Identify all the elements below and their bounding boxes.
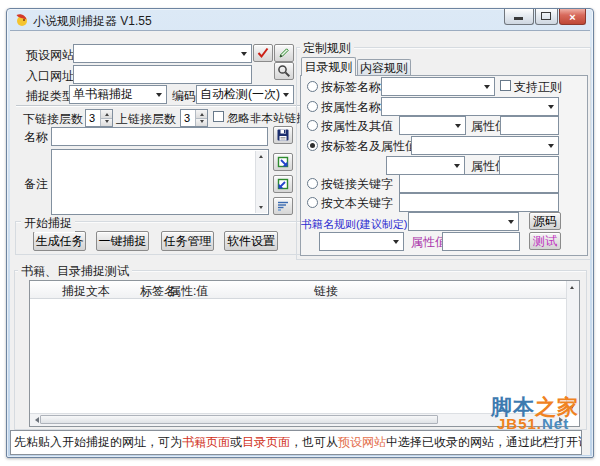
radio-by-tag-and-attr[interactable] [307, 140, 318, 151]
floppy-save-icon [276, 128, 290, 142]
attr-value-input-2[interactable] [499, 156, 559, 175]
encoding-label: 编码 [172, 89, 196, 103]
book-attr-value-input[interactable] [442, 232, 520, 251]
tag-attr-combo[interactable] [411, 136, 559, 155]
test-button[interactable]: 测试 [529, 232, 561, 250]
task-manager-button[interactable]: 任务管理 [161, 231, 214, 251]
encoding-combo[interactable]: 自动检测(一次) [196, 85, 294, 104]
regex-support-checkbox[interactable] [500, 80, 511, 91]
column-capture-text[interactable]: 捕捉文本 [62, 283, 110, 300]
edit-preset-button[interactable] [274, 44, 294, 62]
stepper-buttons[interactable] [100, 110, 112, 126]
up-levels-value: 3 [181, 110, 195, 126]
custom-rules-group-label: 定制规则 [300, 40, 354, 57]
scroll-left-icon[interactable] [30, 415, 40, 425]
radio-by-attr-name[interactable] [307, 101, 318, 112]
spin-down-icon [200, 120, 204, 125]
dropdown-arrow-icon [283, 93, 289, 100]
software-settings-button[interactable]: 软件设置 [224, 231, 278, 251]
scroll-down-icon[interactable] [256, 203, 266, 213]
text-keyword-input[interactable] [399, 193, 559, 212]
attr-name-combo[interactable] [381, 97, 559, 116]
radio-by-attr-value[interactable] [307, 120, 318, 131]
export-button[interactable] [273, 153, 293, 171]
notes-textarea[interactable] [51, 149, 269, 215]
capture-test-group-label: 书籍、目录捕捉测试 [18, 263, 132, 280]
radio-by-link-keyword[interactable] [307, 178, 318, 189]
client-area: 预设网站 入口网址 捕捉类型 单书籍捕捉 [10, 30, 590, 455]
entry-url-label: 入口网址 [26, 69, 74, 83]
column-attr-value[interactable]: 属性:值 [169, 283, 208, 300]
radio-by-tag-name[interactable] [307, 81, 318, 92]
dropdown-arrow-icon [156, 93, 162, 100]
list-lines-icon [276, 199, 290, 213]
radio-by-text-keyword[interactable] [307, 197, 318, 208]
pencil-icon [277, 46, 291, 60]
minimize-icon [514, 17, 523, 20]
close-button[interactable]: × [559, 9, 586, 25]
dropdown-arrow-icon [548, 105, 554, 112]
spin-up-icon [200, 111, 204, 116]
link-keyword-input[interactable] [399, 174, 559, 193]
capture-type-label: 捕捉类型 [26, 89, 74, 103]
scrollbar-thumb[interactable] [40, 415, 438, 424]
table-horizontal-scrollbar[interactable] [30, 413, 567, 426]
tab-content-rules[interactable]: 内容规则 [357, 59, 411, 76]
ignore-offsite-checkbox[interactable] [213, 111, 224, 122]
radio-by-attr-name-label: 按属性名称 [321, 100, 381, 114]
dropdown-arrow-icon [484, 85, 490, 92]
up-levels-stepper[interactable]: 3 [180, 109, 208, 127]
maximize-icon [541, 12, 551, 20]
save-button[interactable] [273, 126, 293, 144]
down-levels-stepper[interactable]: 3 [85, 109, 113, 127]
book-rule-combo[interactable] [408, 212, 519, 231]
capture-type-value: 单书籍捕捉 [70, 86, 156, 103]
table-header[interactable]: 捕捉文本 标签名 属性:值 链接 [30, 281, 579, 299]
close-icon: × [560, 9, 585, 24]
source-code-button[interactable]: 源码 [529, 212, 561, 230]
open-url-button[interactable] [274, 62, 294, 80]
minimize-button[interactable] [504, 9, 534, 25]
dropdown-arrow-icon [508, 220, 514, 227]
scroll-up-icon[interactable] [256, 151, 266, 161]
encoding-value: 自动检测(一次) [197, 86, 283, 103]
status-text: 先粘贴入开始捕捉的网址，可为书籍页面或目录页面，也可从预设网站中选择已收录的网站… [14, 434, 582, 451]
column-link[interactable]: 链接 [314, 283, 338, 300]
app-icon [14, 12, 29, 27]
scroll-up-icon[interactable] [567, 282, 577, 292]
attr-combo-2[interactable] [386, 156, 465, 175]
tab-directory-rules[interactable]: 目录规则 [301, 57, 356, 76]
entry-url-input[interactable] [73, 65, 252, 84]
radio-by-tag-name-label: 按标签名称 [321, 80, 381, 94]
maximize-button[interactable] [535, 9, 558, 25]
list-button[interactable] [273, 197, 293, 215]
status-bar: 先粘贴入开始捕捉的网址，可为书籍页面或目录页面，也可从预设网站中选择已收录的网站… [10, 430, 582, 455]
one-click-capture-button[interactable]: 一键捕捉 [96, 231, 149, 251]
radio-by-text-keyword-label: 按文本关键字 [321, 196, 393, 210]
generate-task-button[interactable]: 生成任务 [33, 231, 86, 251]
app-window: 小说规则捕捉器 V1.55 × 预设网站 [6, 8, 594, 458]
import-button[interactable] [273, 175, 293, 193]
notes-scrollbar[interactable] [255, 151, 267, 213]
export-arrow-icon [276, 155, 290, 169]
preset-site-label: 预设网站 [26, 48, 74, 62]
dropdown-arrow-icon [393, 240, 399, 247]
stepper-buttons[interactable] [195, 110, 207, 126]
watermark-net-text: Net [542, 415, 569, 432]
tag-name-combo[interactable] [381, 77, 495, 96]
section-divider [16, 105, 304, 107]
confirm-preset-button[interactable] [253, 44, 273, 62]
search-icon [277, 64, 291, 78]
title-bar[interactable]: 小说规则捕捉器 V1.55 × [7, 9, 593, 30]
attr-value-input-1[interactable] [500, 116, 559, 135]
preset-site-combo[interactable] [73, 44, 252, 63]
capture-type-combo[interactable]: 单书籍捕捉 [69, 85, 167, 104]
window-title: 小说规则捕捉器 V1.55 [33, 13, 152, 30]
attr-combo-1[interactable] [399, 116, 466, 135]
book-attr-combo[interactable] [319, 232, 404, 251]
radio-by-attr-value-label: 按属性及其值 [321, 119, 393, 133]
regex-support-label: 支持正则 [514, 80, 562, 94]
start-capture-group-label: 开始捕捉 [21, 215, 75, 232]
window-controls: × [503, 9, 586, 25]
name-input[interactable] [51, 127, 268, 146]
